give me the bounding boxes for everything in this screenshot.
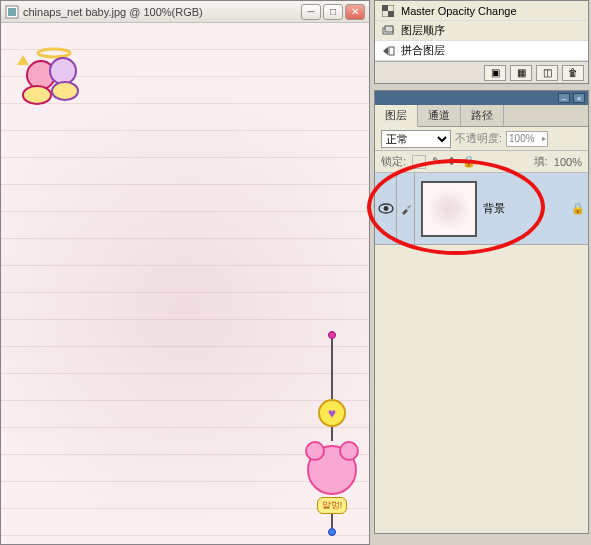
fill-label: 填: — [534, 154, 548, 169]
panel-minimize-button[interactable]: – — [558, 93, 570, 103]
charm-decoration: ♥ 알멍! — [307, 331, 357, 536]
window-buttons: ─ □ ✕ — [301, 4, 365, 20]
lock-paint-icon[interactable]: ✎ — [432, 155, 441, 168]
document-window: chinaps_net baby.jpg @ 100%(RGB) ─ □ ✕ ♥… — [0, 0, 370, 545]
layer-name[interactable]: 背景 — [483, 201, 568, 216]
svg-point-15 — [383, 206, 388, 211]
layers-icon — [381, 24, 395, 38]
minimize-button[interactable]: ─ — [301, 4, 321, 20]
svg-rect-9 — [382, 5, 388, 11]
layer-thumbnail[interactable] — [421, 181, 477, 237]
svg-rect-13 — [389, 47, 394, 55]
maximize-button[interactable]: □ — [323, 4, 343, 20]
history-item[interactable]: 拼合图层 — [375, 41, 588, 61]
lock-label: 锁定: — [381, 154, 406, 169]
svg-point-5 — [50, 58, 76, 84]
svg-marker-3 — [17, 55, 29, 65]
svg-point-6 — [23, 86, 51, 104]
panel-tabs: 图层 通道 路径 — [375, 105, 588, 127]
fill-value[interactable]: 100% — [554, 156, 582, 168]
history-item-label: 拼合图层 — [401, 43, 445, 58]
document-titlebar[interactable]: chinaps_net baby.jpg @ 100%(RGB) ─ □ ✕ — [1, 1, 369, 23]
angels-decoration — [15, 47, 93, 107]
history-item-label: 图层顺序 — [401, 23, 445, 38]
layers-lock-row: 锁定: ✎ ✥ 🔒 填: 100% — [375, 151, 588, 173]
tab-channels[interactable]: 通道 — [418, 105, 461, 126]
layers-panel: – × 图层 通道 路径 正常 不透明度: 100% 锁定: ✎ ✥ 🔒 填: … — [374, 90, 589, 534]
svg-point-7 — [52, 82, 78, 100]
history-item[interactable]: Master Opacity Change — [375, 1, 588, 21]
lock-transparency-icon[interactable] — [412, 155, 426, 169]
panel-toolbar: – × — [375, 91, 588, 105]
brush-icon — [400, 203, 412, 215]
svg-point-2 — [38, 49, 70, 57]
layer-lock-icon: 🔒 — [568, 202, 588, 215]
history-new-doc-button[interactable]: ◫ — [536, 65, 558, 81]
panels-area: Master Opacity Change 图层顺序 拼合图层 ▣ ▦ ◫ 🗑 — [372, 0, 591, 545]
eye-icon — [378, 203, 394, 214]
history-footer: ▣ ▦ ◫ 🗑 — [375, 61, 588, 83]
svg-rect-1 — [8, 8, 16, 16]
layers-list: 背景 🔒 — [375, 173, 588, 533]
merge-icon — [381, 44, 395, 58]
history-delete-button[interactable]: 🗑 — [562, 65, 584, 81]
layer-row[interactable]: 背景 🔒 — [375, 173, 588, 245]
history-panel: Master Opacity Change 图层顺序 拼合图层 ▣ ▦ ◫ 🗑 — [374, 0, 589, 84]
tab-layers[interactable]: 图层 — [375, 105, 418, 127]
blend-mode-select[interactable]: 正常 — [381, 130, 451, 148]
history-list: Master Opacity Change 图层顺序 拼合图层 — [375, 1, 588, 61]
history-item-label: Master Opacity Change — [401, 5, 517, 17]
svg-rect-12 — [385, 26, 393, 32]
panel-close-button[interactable]: × — [573, 93, 585, 103]
document-icon — [5, 5, 19, 19]
document-canvas[interactable]: ♥ 알멍! — [1, 23, 369, 544]
layers-options-row: 正常 不透明度: 100% — [375, 127, 588, 151]
layer-visibility-toggle[interactable] — [375, 173, 397, 244]
history-item[interactable]: 图层顺序 — [375, 21, 588, 41]
tab-paths[interactable]: 路径 — [461, 105, 504, 126]
charm-tag: 알멍! — [317, 497, 348, 514]
opacity-icon — [381, 4, 395, 18]
history-snapshot-button[interactable]: ▣ — [484, 65, 506, 81]
lock-position-icon[interactable]: ✥ — [447, 155, 456, 168]
layer-link-area[interactable] — [397, 173, 415, 244]
svg-rect-10 — [388, 11, 394, 17]
opacity-label: 不透明度: — [455, 131, 502, 146]
lock-all-icon[interactable]: 🔒 — [462, 155, 476, 168]
close-button[interactable]: ✕ — [345, 4, 365, 20]
document-title: chinaps_net baby.jpg @ 100%(RGB) — [23, 6, 301, 18]
history-new-button[interactable]: ▦ — [510, 65, 532, 81]
opacity-value[interactable]: 100% — [506, 131, 548, 147]
